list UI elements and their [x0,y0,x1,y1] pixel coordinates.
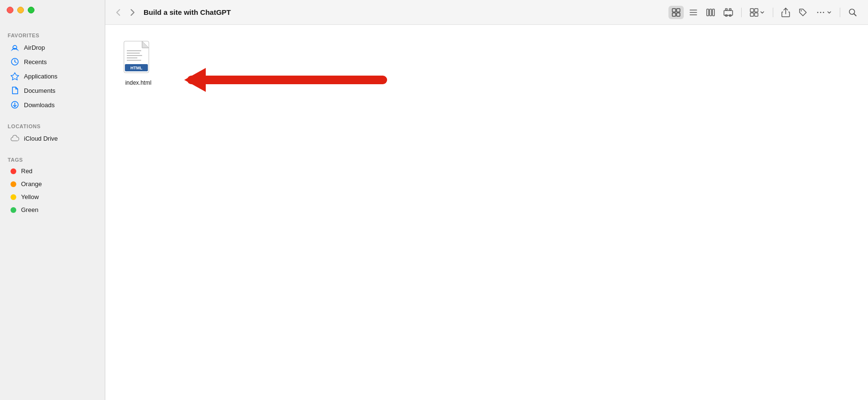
sidebar-item-documents[interactable]: Documents [3,84,102,97]
applications-label: Applications [24,73,57,80]
sidebar-item-tag-green[interactable]: Green [3,204,102,216]
applications-icon [11,72,19,80]
toolbar: Build a site with ChatGPT [105,0,868,25]
sidebar-item-downloads[interactable]: Downloads [3,98,102,111]
airdrop-label: AirDrop [24,44,45,51]
svg-line-3 [15,62,16,63]
file-name-label: index.html [125,79,152,86]
svg-rect-22 [755,9,758,12]
content-area: HTML index.html [105,25,868,400]
yellow-tag-label: Yellow [21,193,39,200]
airdrop-icon [11,43,19,52]
svg-rect-17 [725,9,727,10]
more-button[interactable] [812,6,835,19]
minimize-button[interactable] [17,7,24,13]
svg-point-28 [823,11,824,13]
downloads-icon [11,100,19,109]
search-button[interactable] [845,6,860,19]
red-tag-label: Red [21,167,33,175]
svg-rect-15 [712,9,714,16]
svg-rect-8 [672,13,676,16]
view-columns-button[interactable] [703,6,718,19]
view-list-button[interactable] [686,6,701,19]
tag-button[interactable] [795,6,811,19]
clock-icon [11,57,19,66]
view-gallery-button[interactable] [720,6,736,19]
sidebar-item-tag-orange[interactable]: Orange [3,178,102,190]
svg-rect-23 [750,13,754,16]
orange-tag-dot [11,181,16,187]
sidebar-item-icloud[interactable]: iCloud Drive [3,132,102,145]
svg-rect-24 [755,13,758,16]
sidebar-item-tag-red[interactable]: Red [3,165,102,177]
yellow-tag-dot [11,194,16,200]
sidebar-item-airdrop[interactable]: AirDrop [3,41,102,54]
svg-rect-14 [710,9,712,16]
maximize-button[interactable] [28,7,34,13]
back-button[interactable] [113,7,123,18]
separator-1 [741,8,742,17]
svg-text:HTML: HTML [131,66,143,70]
svg-point-26 [817,11,819,13]
svg-line-30 [854,13,857,16]
tags-header: Tags [0,151,105,165]
html-file-icon: HTML [123,40,154,77]
red-tag-dot [11,168,16,174]
downloads-label: Downloads [24,101,55,109]
svg-point-25 [801,10,801,11]
svg-marker-40 [184,68,206,92]
documents-label: Documents [24,87,56,94]
svg-rect-9 [677,13,680,16]
close-button[interactable] [7,7,13,13]
locations-header: Locations [0,118,105,131]
svg-rect-18 [729,9,731,10]
folder-title: Build a site with ChatGPT [144,8,665,16]
forward-button[interactable] [127,7,138,18]
toolbar-right [668,5,860,20]
orange-tag-label: Orange [21,180,42,188]
icloud-label: iCloud Drive [24,135,58,142]
svg-point-27 [820,11,822,13]
svg-rect-7 [677,9,680,12]
svg-rect-16 [724,11,733,15]
sidebar: Favorites AirDrop Recents [0,0,105,400]
recents-label: Recents [24,58,47,66]
documents-icon [11,86,19,95]
separator-3 [840,8,840,17]
file-item-index-html[interactable]: HTML index.html [117,36,160,90]
green-tag-label: Green [21,206,38,213]
sidebar-item-tag-yellow[interactable]: Yellow [3,191,102,203]
sidebar-item-applications[interactable]: Applications [3,69,102,83]
sidebar-item-recents[interactable]: Recents [3,55,102,68]
green-tag-dot [11,207,16,213]
svg-rect-13 [707,9,709,16]
chevron-down-icon [760,10,765,15]
main-area: Build a site with ChatGPT [105,0,868,400]
arrow-annotation [153,51,392,109]
share-button[interactable] [778,5,793,20]
more-chevron-icon [827,10,832,15]
favorites-header: Favorites [0,27,105,40]
svg-rect-21 [750,9,754,12]
view-grid-button[interactable] [668,6,684,19]
separator-2 [773,8,773,17]
svg-rect-6 [672,9,676,12]
group-button[interactable] [746,6,768,19]
icloud-icon [11,134,19,143]
